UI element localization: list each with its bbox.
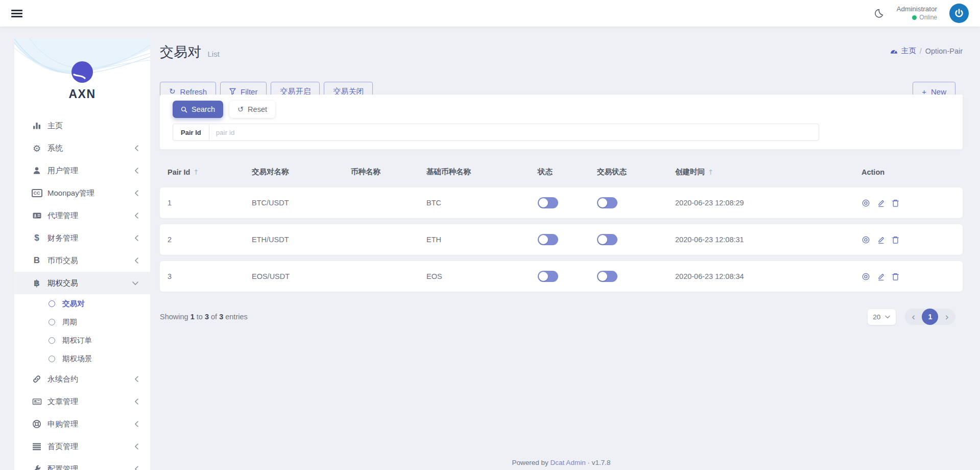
user-info[interactable]: Administrator Online <box>896 5 937 21</box>
trash-icon <box>892 236 899 244</box>
life-ring-icon <box>31 419 43 429</box>
delete-button[interactable] <box>892 199 899 207</box>
brand-name[interactable]: AXN <box>14 87 150 101</box>
col-pair-name: 交易对名称 <box>252 167 289 177</box>
table-row: 3 EOS/USDT EOS 2020-06-23 12:08:34 <box>160 261 963 292</box>
eye-icon <box>862 272 870 281</box>
sidebar-item-articles[interactable]: 文章管理 <box>14 390 150 413</box>
cell-pair-id: 3 <box>168 272 252 280</box>
breadcrumb-home[interactable]: 主页 <box>901 46 916 56</box>
view-button[interactable] <box>862 236 870 244</box>
sidebar-item-perpetual[interactable]: 永续合约 <box>14 368 150 390</box>
user-icon <box>31 166 43 175</box>
avatar[interactable] <box>949 4 969 23</box>
chevron-left-icon <box>134 167 139 174</box>
trade-status-toggle[interactable] <box>597 197 617 208</box>
chevron-down-icon <box>132 281 139 286</box>
chevron-left-icon <box>134 234 139 242</box>
eye-icon <box>862 199 870 207</box>
status-toggle[interactable] <box>538 234 558 245</box>
cell-created-at: 2020-06-23 12:08:34 <box>675 272 862 280</box>
bold-b-icon: B <box>31 255 43 266</box>
breadcrumb: 主页 / Option-Pair <box>890 46 963 56</box>
breadcrumb-separator: / <box>920 47 922 55</box>
sidebar-item-label: 主页 <box>47 121 139 131</box>
circle-icon <box>49 356 55 362</box>
trade-status-toggle[interactable] <box>597 271 617 282</box>
col-action: Action <box>862 168 885 176</box>
cell-base-currency: BTC <box>426 199 538 207</box>
sidebar-item-moonpay[interactable]: CC Moonpay管理 <box>14 182 150 204</box>
sidebar-item-agents[interactable]: 代理管理 <box>14 204 150 227</box>
view-button[interactable] <box>862 272 870 281</box>
brand-logo[interactable] <box>71 61 93 83</box>
status-toggle[interactable] <box>538 271 558 282</box>
col-base-currency-name: 基础币种名称 <box>426 167 471 177</box>
sidebar-item-options-trading[interactable]: ฿ 期权交易 <box>14 272 150 294</box>
link-icon <box>31 374 43 384</box>
page-1-button[interactable]: 1 <box>922 309 938 325</box>
per-page-select[interactable]: 20 <box>868 309 896 325</box>
search-button[interactable]: Search <box>173 101 223 118</box>
sidebar-item-label: 申购管理 <box>47 419 134 429</box>
delete-button[interactable] <box>892 236 899 244</box>
trash-icon <box>892 272 899 281</box>
prev-page-button[interactable]: ‹ <box>912 312 916 322</box>
dashboard-icon <box>890 48 898 54</box>
chevron-left-icon <box>134 145 139 152</box>
next-page-button[interactable]: › <box>945 312 949 322</box>
pencil-icon <box>877 236 885 244</box>
chevron-left-icon <box>134 257 139 264</box>
pair-id-input[interactable] <box>209 124 819 140</box>
sidebar-subitem-option-scenes[interactable]: 期权场景 <box>14 349 150 368</box>
delete-button[interactable] <box>892 272 899 281</box>
page-subtitle: List <box>207 50 219 58</box>
status-toggle[interactable] <box>538 197 558 208</box>
dcat-admin-link[interactable]: Dcat Admin <box>551 459 586 466</box>
sidebar-item-home[interactable]: 主页 <box>14 114 150 137</box>
sidebar-subitem-option-pair[interactable]: 交易对 <box>14 294 150 313</box>
dollar-icon: $ <box>31 233 43 243</box>
sort-asc-icon[interactable]: ↑ <box>708 168 714 176</box>
sidebar-item-label: 配置管理 <box>47 464 134 470</box>
dark-mode-toggle[interactable] <box>873 8 884 19</box>
reset-button[interactable]: ↺ Reset <box>229 101 275 118</box>
sidebar-menu: 主页 ⚙ 系统 用户管理 CC Moonpay管理 <box>14 114 150 470</box>
sidebar-item-label: 首页管理 <box>47 442 134 452</box>
logo-area: AXN <box>14 39 150 114</box>
hamburger-menu-icon[interactable] <box>11 8 22 19</box>
footer: Powered by Dcat Admin · v1.7.8 <box>160 459 963 466</box>
edit-button[interactable] <box>877 272 885 281</box>
sidebar-subitem-period[interactable]: 周期 <box>14 313 150 331</box>
main-content: 交易对 List 主页 / Option-Pair ↻ Refresh Filt… <box>160 43 963 470</box>
version-label: v1.7.8 <box>592 459 611 466</box>
sidebar-item-users[interactable]: 用户管理 <box>14 159 150 182</box>
chevron-down-icon <box>885 315 890 319</box>
chart-bar-icon <box>31 121 43 130</box>
sidebar-item-label: 永续合约 <box>47 374 134 384</box>
sidebar-item-spot-trading[interactable]: B 币币交易 <box>14 249 150 272</box>
sidebar-subitem-label: 期权订单 <box>62 336 92 345</box>
chevron-left-icon <box>134 420 139 428</box>
cell-created-at: 2020-06-23 12:08:31 <box>675 236 862 244</box>
sidebar-subitem-option-orders[interactable]: 期权订单 <box>14 331 150 349</box>
trash-icon <box>892 199 899 207</box>
cell-pair-id: 1 <box>168 199 252 207</box>
trade-status-toggle[interactable] <box>597 234 617 245</box>
chevron-left-icon <box>134 375 139 383</box>
sidebar-item-homepage[interactable]: 首页管理 <box>14 435 150 458</box>
table-header: Pair Id ↑ 交易对名称 币种名称 基础币种名称 状态 交易状态 创建时间… <box>160 162 963 181</box>
edit-button[interactable] <box>877 236 885 244</box>
per-page-value: 20 <box>873 313 880 321</box>
sidebar-item-label: 文章管理 <box>47 397 134 407</box>
view-button[interactable] <box>862 199 870 207</box>
user-name: Administrator <box>896 5 937 14</box>
edit-button[interactable] <box>877 199 885 207</box>
sort-asc-icon[interactable]: ↑ <box>193 168 199 176</box>
sidebar-item-system[interactable]: ⚙ 系统 <box>14 137 150 159</box>
sidebar-item-subscription[interactable]: 申购管理 <box>14 413 150 435</box>
user-status-label: Online <box>919 14 937 21</box>
sidebar-item-label: 币币交易 <box>47 256 134 266</box>
sidebar-item-config[interactable]: 配置管理 <box>14 458 150 470</box>
sidebar-item-finance[interactable]: $ 财务管理 <box>14 227 150 249</box>
